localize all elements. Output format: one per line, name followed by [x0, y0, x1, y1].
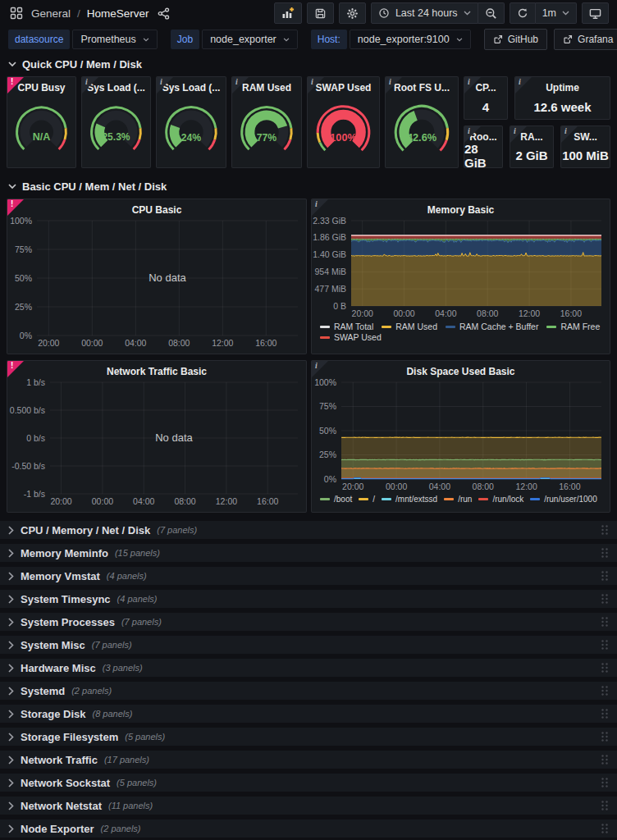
panel-error-indicator[interactable]: !: [7, 361, 25, 379]
variable-datasource: datasource Prometheus: [8, 30, 158, 49]
row-drag-handle[interactable]: [601, 800, 609, 811]
dashboard-row-collapsed[interactable]: Network Sockstat(5 panels): [0, 774, 617, 792]
panel-title[interactable]: Memory Basic: [312, 199, 610, 216]
chevron-right-icon: [8, 549, 14, 558]
chevron-down-icon: [143, 38, 149, 42]
dashboard-row-collapsed[interactable]: System Timesync(4 panels): [0, 590, 617, 608]
row-drag-handle[interactable]: [601, 777, 609, 788]
panel-title[interactable]: CPU Basic: [7, 199, 306, 216]
legend-item[interactable]: RAM Free: [546, 322, 600, 331]
y-axis-label: 50%: [319, 426, 336, 436]
panel-info-icon[interactable]: i: [464, 77, 482, 95]
chart-panel-memory: iMemory Basic0 B477 MiB954 MiB1.40 GiB1.…: [311, 199, 610, 354]
panel-info-icon[interactable]: i: [308, 77, 326, 95]
kiosk-mode-button[interactable]: [582, 2, 609, 24]
dashboard-row-collapsed[interactable]: Storage Disk(8 panels): [0, 705, 617, 723]
dashboard-row-collapsed[interactable]: Network Traffic(17 panels): [0, 751, 617, 769]
github-link-button[interactable]: GitHub: [484, 29, 547, 50]
zoom-out-time-button[interactable]: [478, 2, 505, 24]
row-drag-handle[interactable]: [601, 524, 609, 536]
legend-item[interactable]: /run: [444, 495, 472, 504]
chart-panel-network: !Network Traffic Basic-1 b/s-0.50 b/s0 b…: [7, 360, 307, 513]
legend-label: RAM Free: [560, 322, 600, 331]
legend-swatch: [382, 326, 391, 328]
legend-item[interactable]: /mnt/extssd: [382, 495, 437, 504]
info-icon: i: [519, 77, 521, 87]
apps-grid-icon[interactable]: [8, 5, 25, 21]
share-icon[interactable]: [156, 6, 171, 21]
chart-plot[interactable]: 0%25%50%75%100%20:0000:0004:0008:0012:00…: [312, 377, 610, 494]
refresh-interval-picker[interactable]: 1m: [536, 2, 577, 24]
dashboard-settings-button[interactable]: [339, 2, 366, 24]
legend-item[interactable]: RAM Used: [382, 322, 437, 331]
chart-plot[interactable]: 0 B477 MiB954 MiB1.40 GiB1.86 GiB2.33 Gi…: [312, 216, 610, 321]
breadcrumb-section[interactable]: General: [31, 7, 71, 20]
row-drag-handle[interactable]: [601, 639, 609, 651]
legend-item[interactable]: /run/user/1000: [530, 495, 597, 504]
row-drag-handle[interactable]: [601, 570, 609, 582]
dashboard-row-collapsed[interactable]: System Processes(7 panels): [0, 613, 617, 631]
dashboard-row-collapsed[interactable]: Systemd(2 panels): [0, 682, 617, 700]
legend-item[interactable]: /boot: [320, 495, 352, 504]
chart-plot[interactable]: 0%25%50%75%100%20:0000:0004:0008:0012:00…: [7, 216, 306, 350]
legend-item[interactable]: /run/lock: [478, 495, 523, 504]
dashboard-row-collapsed[interactable]: Memory Vmstat(4 panels): [0, 567, 617, 585]
row-header-basic[interactable]: Basic CPU / Mem / Net / Disk: [0, 175, 617, 197]
row-drag-handle[interactable]: [601, 593, 609, 605]
row-drag-handle[interactable]: [601, 731, 609, 742]
panel-info-icon[interactable]: i: [515, 77, 533, 95]
row-drag-handle[interactable]: [601, 823, 609, 834]
dashboard-row-collapsed[interactable]: CPU / Memory / Net / Disk(7 panels): [0, 521, 617, 539]
dashboard-row-collapsed[interactable]: Storage Filesystem(5 panels): [0, 728, 617, 746]
legend-swatch: [546, 326, 556, 328]
host-picker[interactable]: node_exporter:9100: [350, 30, 471, 49]
grafana-link-button[interactable]: Grafana: [554, 29, 617, 50]
save-dashboard-button[interactable]: [307, 2, 334, 24]
dashboard-row-collapsed[interactable]: Node Exporter(2 panels): [0, 819, 617, 838]
breadcrumb-title[interactable]: HomeServer: [87, 7, 149, 20]
drag-dots-icon: [601, 524, 609, 536]
time-range-picker[interactable]: Last 24 hours: [371, 2, 478, 24]
row-drag-handle[interactable]: [601, 616, 609, 628]
legend-item[interactable]: RAM Cache + Buffer: [446, 322, 538, 331]
panel-info-icon[interactable]: i: [157, 77, 175, 95]
chart-plot[interactable]: -1 b/s-0.50 b/s0 b/s0.500 b/s1 b/s20:000…: [7, 377, 306, 509]
job-picker[interactable]: node_exporter: [202, 30, 298, 49]
refresh-button[interactable]: [510, 2, 536, 24]
panel-info-icon[interactable]: i: [386, 77, 404, 95]
panel-info-icon[interactable]: i: [232, 77, 250, 95]
dashboard-row-collapsed[interactable]: Hardware Misc(3 panels): [0, 659, 617, 677]
add-panel-button[interactable]: [274, 2, 302, 24]
panel-title[interactable]: Network Traffic Basic: [7, 361, 306, 377]
legend-item[interactable]: /: [359, 495, 375, 504]
panel-info-icon[interactable]: i: [312, 361, 330, 379]
chevron-right-icon: [8, 595, 14, 604]
row-drag-handle[interactable]: [601, 708, 609, 719]
monitor-icon: [589, 7, 601, 20]
row-drag-handle[interactable]: [601, 685, 609, 696]
legend-item[interactable]: SWAP Used: [320, 332, 382, 342]
x-axis-label: 00:00: [92, 496, 113, 506]
stat-row: iRoo...28 GiBiRA...2 GiBiSW...100 MiB: [464, 126, 610, 169]
panel-info-icon[interactable]: i: [561, 126, 579, 144]
dashboard-row-collapsed[interactable]: Memory Meminfo(15 panels): [0, 544, 617, 562]
panel-error-indicator[interactable]: !: [7, 77, 25, 95]
panel-info-icon[interactable]: i: [510, 126, 528, 144]
datasource-picker[interactable]: Prometheus: [72, 30, 157, 49]
legend-label: RAM Cache + Buffer: [459, 322, 538, 331]
row-header-quick[interactable]: Quick CPU / Mem / Disk: [0, 52, 617, 75]
panel-error-indicator[interactable]: !: [7, 199, 25, 217]
panel-info-icon[interactable]: i: [312, 199, 330, 217]
row-drag-handle[interactable]: [601, 754, 609, 765]
panel-title[interactable]: Disk Space Used Basic: [312, 361, 610, 377]
dashboard-row-collapsed[interactable]: System Misc(7 panels): [0, 636, 617, 654]
external-link-icon: [563, 34, 573, 44]
dashboard-row-collapsed[interactable]: Network Netstat(11 panels): [0, 797, 617, 815]
gauge: 24%: [157, 94, 226, 164]
panel-info-icon[interactable]: i: [82, 77, 100, 95]
zoom-out-icon: [485, 7, 497, 20]
no-data-text: No data: [149, 272, 186, 284]
row-drag-handle[interactable]: [601, 547, 609, 559]
row-drag-handle[interactable]: [601, 662, 609, 673]
legend-item[interactable]: RAM Total: [320, 322, 373, 331]
